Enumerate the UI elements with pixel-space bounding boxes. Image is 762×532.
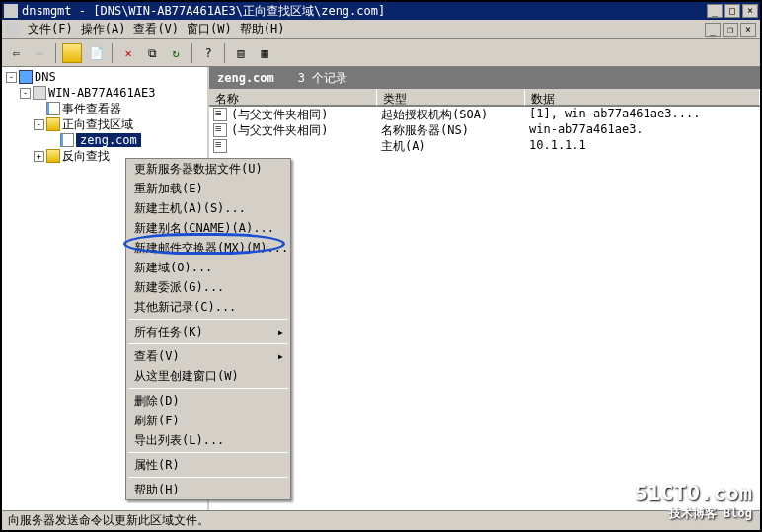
forward-button[interactable]: ⇨	[30, 43, 49, 63]
context-menu: 更新服务器数据文件(U) 重新加载(E) 新建主机(A)(S)... 新建别名(…	[125, 158, 291, 500]
list-view-button[interactable]: ▤	[231, 43, 251, 63]
tree-event[interactable]: 事件查看器	[62, 101, 121, 117]
properties-button[interactable]: ⧉	[142, 43, 162, 63]
delete-button[interactable]: ✕	[118, 43, 138, 63]
expand-icon[interactable]: -	[20, 88, 31, 99]
ctx-new-domain[interactable]: 新建域(O)...	[126, 258, 290, 277]
ctx-reload[interactable]: 重新加载(E)	[126, 179, 290, 198]
expand-icon[interactable]: +	[34, 151, 44, 162]
mdi-minimize-button[interactable]: _	[705, 23, 721, 37]
col-data[interactable]: 数据	[525, 89, 760, 106]
back-button[interactable]: ⇦	[6, 43, 26, 63]
menu-help[interactable]: 帮助(H)	[240, 21, 285, 38]
menu-window[interactable]: 窗口(W)	[187, 21, 232, 38]
ctx-new-alias[interactable]: 新建别名(CNAME)(A)...	[126, 218, 290, 238]
up-button[interactable]: 📄	[86, 43, 106, 63]
dns-icon	[19, 70, 33, 84]
list-header: 名称 类型 数据	[209, 89, 760, 107]
mdi-close-button[interactable]: ×	[740, 23, 756, 37]
zone-count: 3 个记录	[298, 70, 347, 87]
zone-icon	[60, 133, 74, 147]
record-icon	[213, 123, 227, 137]
ctx-properties[interactable]: 属性(R)	[126, 455, 290, 475]
ctx-new-mx[interactable]: 新建邮件交换器(MX)(M)...	[126, 238, 290, 258]
status-bar: 向服务器发送命令以更新此区域文件。	[2, 510, 760, 530]
menu-file[interactable]: 文件(F)	[28, 21, 73, 38]
show-hide-tree-button[interactable]	[62, 43, 82, 63]
mdi-restore-button[interactable]: ❐	[723, 23, 738, 37]
expand-icon[interactable]: -	[34, 119, 44, 130]
toolbar: ⇦ ⇨ 📄 ✕ ⧉ ↻ ? ▤ ▦	[2, 39, 760, 67]
close-button[interactable]: ×	[742, 4, 758, 18]
tree-selected-zone[interactable]: zeng.com	[76, 133, 141, 147]
ctx-new-delegation[interactable]: 新建委派(G)...	[126, 277, 290, 297]
zone-name: zeng.com	[217, 71, 274, 85]
ctx-export[interactable]: 导出列表(L)...	[126, 430, 290, 450]
table-row[interactable]: 主机(A) 10.1.1.1	[209, 138, 760, 154]
ctx-help[interactable]: 帮助(H)	[126, 480, 290, 499]
tree-root[interactable]: DNS	[35, 70, 56, 84]
menu-action[interactable]: 操作(A)	[81, 21, 126, 38]
zone-header: zeng.com 3 个记录	[209, 67, 760, 89]
ctx-refresh[interactable]: 刷新(F)	[126, 411, 290, 430]
menu-view[interactable]: 查看(V)	[133, 21, 179, 38]
table-row[interactable]: (与父文件夹相同) 起始授权机构(SOA) [1], win-ab77a461a…	[209, 107, 760, 122]
menu-bar: 文件(F) 操作(A) 查看(V) 窗口(W) 帮助(H) _ ❐ ×	[2, 20, 760, 39]
ctx-update-server[interactable]: 更新服务器数据文件(U)	[126, 159, 290, 179]
tree-revzone[interactable]: 反向查找	[62, 148, 110, 165]
event-icon	[46, 102, 60, 115]
ctx-delete[interactable]: 删除(D)	[126, 391, 290, 411]
table-row[interactable]: (与父文件夹相同) 名称服务器(NS) win-ab77a461ae3.	[209, 122, 760, 138]
record-icon	[213, 139, 227, 153]
window-title: dnsmgmt - [DNS\WIN-AB77A461AE3\正向查找区域\ze…	[22, 3, 385, 20]
record-list[interactable]: (与父文件夹相同) 起始授权机构(SOA) [1], win-ab77a461a…	[209, 107, 760, 513]
maximize-button[interactable]: □	[724, 4, 740, 18]
app-icon	[4, 4, 18, 18]
col-type[interactable]: 类型	[377, 89, 525, 106]
refresh-button[interactable]: ↻	[166, 43, 186, 63]
title-bar: dnsmgmt - [DNS\WIN-AB77A461AE3\正向查找区域\ze…	[2, 2, 760, 20]
minimize-button[interactable]: _	[707, 4, 723, 18]
col-name[interactable]: 名称	[209, 89, 377, 106]
folder-icon	[46, 117, 60, 131]
mdi-icon	[6, 23, 20, 37]
folder-icon	[46, 149, 60, 163]
ctx-new-host[interactable]: 新建主机(A)(S)...	[126, 198, 290, 218]
tree-server[interactable]: WIN-AB77A461AE3	[48, 86, 155, 100]
expand-icon[interactable]: -	[6, 72, 17, 83]
ctx-other-records[interactable]: 其他新记录(C)...	[126, 297, 290, 317]
help-button[interactable]: ?	[198, 43, 218, 63]
ctx-view[interactable]: 查看(V)	[126, 346, 290, 366]
ctx-all-tasks[interactable]: 所有任务(K)	[126, 322, 290, 342]
ctx-new-window[interactable]: 从这里创建窗口(W)	[126, 366, 290, 386]
status-text: 向服务器发送命令以更新此区域文件。	[8, 512, 209, 529]
tree-fwdzone[interactable]: 正向查找区域	[62, 116, 133, 133]
server-icon	[33, 86, 46, 100]
record-icon	[213, 108, 227, 121]
detail-view-button[interactable]: ▦	[255, 43, 274, 63]
